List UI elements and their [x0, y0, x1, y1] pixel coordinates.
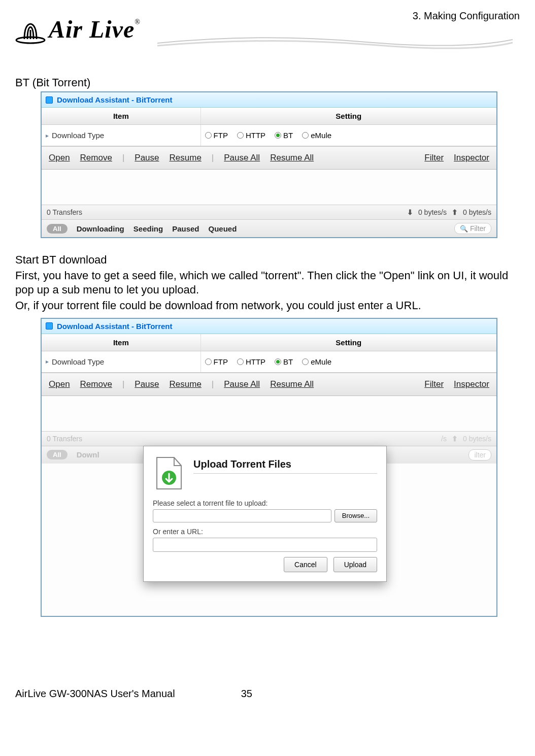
inspector-button[interactable]: Inspector	[454, 379, 489, 389]
cancel-button[interactable]: Cancel	[284, 557, 327, 572]
col-item: Item	[42, 108, 201, 124]
filter-all[interactable]: All	[47, 450, 68, 459]
panel-titlebar: Download Assistant - BitTorrent	[42, 92, 496, 108]
download-type-radios: FTP HTTP BT eMule	[201, 125, 496, 146]
download-type-radios: FTP HTTP BT eMule	[201, 351, 496, 372]
col-setting: Setting	[201, 334, 496, 351]
open-button[interactable]: Open	[49, 379, 70, 389]
label-url: Or enter a URL:	[153, 528, 377, 536]
filter-queued[interactable]: Queued	[209, 224, 237, 233]
url-input[interactable]	[153, 538, 377, 552]
panel-icon	[46, 322, 53, 330]
radio-emule[interactable]: eMule	[302, 357, 331, 366]
resume-button[interactable]: Resume	[170, 379, 202, 389]
page-header: 3. Making Configuration Air Live®	[15, 5, 525, 66]
header-swoosh	[157, 30, 513, 51]
panel-title: Download Assistant - BitTorrent	[57, 322, 173, 331]
up-rate: 0 bytes/s	[463, 208, 491, 216]
section-bt-title: BT (Bit Torrent)	[15, 76, 525, 89]
inspector-button[interactable]: Inspector	[454, 153, 489, 163]
filter-bar: All Downloading Seeding Paused Queued 🔍 …	[42, 220, 496, 237]
dialog-title: Upload Torrent Files	[193, 458, 377, 474]
row-label: Download Type	[52, 131, 104, 140]
status-bar: 0 Transfers /s ⬆ 0 bytes/s	[42, 432, 496, 446]
upload-arrow-icon: ⬆	[452, 208, 458, 216]
footer-page-number: 35	[241, 688, 252, 700]
resume-all-button[interactable]: Resume All	[270, 379, 314, 389]
filter-seeding[interactable]: Seeding	[133, 224, 163, 233]
transfer-list	[42, 396, 496, 432]
config-header-row: Item Setting	[42, 108, 496, 125]
screenshot-bt-panel: Download Assistant - BitTorrent Item Set…	[41, 91, 497, 238]
col-setting: Setting	[201, 108, 496, 124]
filter-button[interactable]: Filter	[424, 153, 444, 163]
download-arrow-icon: ⬇	[407, 208, 413, 216]
remove-button[interactable]: Remove	[80, 379, 112, 389]
radio-http[interactable]: HTTP	[237, 357, 265, 366]
toolbar-sep: |	[122, 379, 124, 389]
upload-arrow-icon: ⬆	[452, 435, 458, 443]
toolbar-sep: |	[122, 153, 124, 163]
brand-logo: Air Live®	[15, 15, 141, 44]
page-footer: AirLive GW-300NAS User's Manual 35	[15, 688, 525, 700]
upload-torrent-dialog: Upload Torrent Files Please select a tor…	[143, 446, 387, 582]
filter-paused[interactable]: Paused	[172, 224, 199, 233]
filter-button[interactable]: Filter	[424, 379, 444, 389]
screenshot-upload-dialog: Download Assistant - BitTorrent Item Set…	[41, 318, 497, 617]
browse-button[interactable]: Browse...	[335, 509, 377, 522]
radio-emule[interactable]: eMule	[302, 131, 331, 140]
label-select-file: Please select a torrent file to upload:	[153, 499, 377, 507]
upload-button[interactable]: Upload	[333, 557, 377, 572]
toolbar-sep: |	[212, 379, 214, 389]
paragraph-2: Or, if your torrent file could be downlo…	[15, 299, 525, 313]
filter-search[interactable]: 🔍 Filter	[454, 223, 491, 234]
caret-icon: ▸	[46, 358, 49, 365]
bt-toolbar: Open Remove | Pause Resume | Pause All R…	[42, 146, 496, 170]
open-button[interactable]: Open	[49, 153, 70, 163]
pause-all-button[interactable]: Pause All	[224, 153, 260, 163]
download-type-row: ▸ Download Type FTP HTTP BT eMule	[42, 351, 496, 373]
toolbar-sep: |	[212, 153, 214, 163]
panel-icon	[46, 96, 53, 104]
filter-downloading[interactable]: Downloading	[77, 224, 124, 233]
radio-ftp[interactable]: FTP	[205, 357, 228, 366]
pause-button[interactable]: Pause	[135, 379, 159, 389]
chapter-title: 3. Making Configuration	[413, 10, 520, 22]
config-header-row: Item Setting	[42, 334, 496, 351]
resume-button[interactable]: Resume	[170, 153, 202, 163]
down-rate: 0 bytes/s	[418, 208, 447, 216]
resume-all-button[interactable]: Resume All	[270, 153, 314, 163]
logo-wave-icon	[15, 20, 46, 44]
panel-title: Download Assistant - BitTorrent	[57, 95, 173, 104]
transfer-list	[42, 170, 496, 205]
remove-button[interactable]: Remove	[80, 153, 112, 163]
download-type-row: ▸ Download Type FTP HTTP BT eMule	[42, 125, 496, 146]
radio-bt[interactable]: BT	[275, 357, 293, 366]
radio-bt[interactable]: BT	[275, 131, 293, 140]
panel-titlebar: Download Assistant - BitTorrent	[42, 319, 496, 334]
filter-search[interactable]: ilter	[469, 449, 491, 461]
caret-icon: ▸	[46, 132, 49, 139]
search-icon: 🔍	[460, 225, 468, 233]
registered-icon: ®	[135, 18, 141, 26]
search-placeholder-cut: ilter	[474, 451, 486, 459]
file-path-input[interactable]	[153, 509, 331, 522]
paragraph-1: First, you have to get a seed file, whic…	[15, 269, 525, 297]
radio-http[interactable]: HTTP	[237, 131, 265, 140]
transfers-count: 0 Transfers	[47, 435, 82, 443]
footer-manual: AirLive GW-300NAS User's Manual	[15, 688, 175, 700]
status-bar: 0 Transfers ⬇ 0 bytes/s ⬆ 0 bytes/s	[42, 205, 496, 220]
col-item: Item	[42, 334, 201, 351]
pause-button[interactable]: Pause	[135, 153, 159, 163]
search-placeholder: Filter	[470, 224, 486, 233]
radio-ftp[interactable]: FTP	[205, 131, 228, 140]
up-rate: 0 bytes/s	[463, 435, 491, 443]
row-label: Download Type	[52, 357, 104, 366]
pause-all-button[interactable]: Pause All	[224, 379, 260, 389]
transfers-count: 0 Transfers	[47, 208, 82, 216]
section-start-title: Start BT download	[15, 253, 525, 267]
filter-downloading-cut[interactable]: Downl	[77, 450, 99, 459]
bt-toolbar: Open Remove | Pause Resume | Pause All R…	[42, 373, 496, 396]
filter-all[interactable]: All	[47, 224, 68, 234]
torrent-file-icon	[153, 455, 185, 492]
